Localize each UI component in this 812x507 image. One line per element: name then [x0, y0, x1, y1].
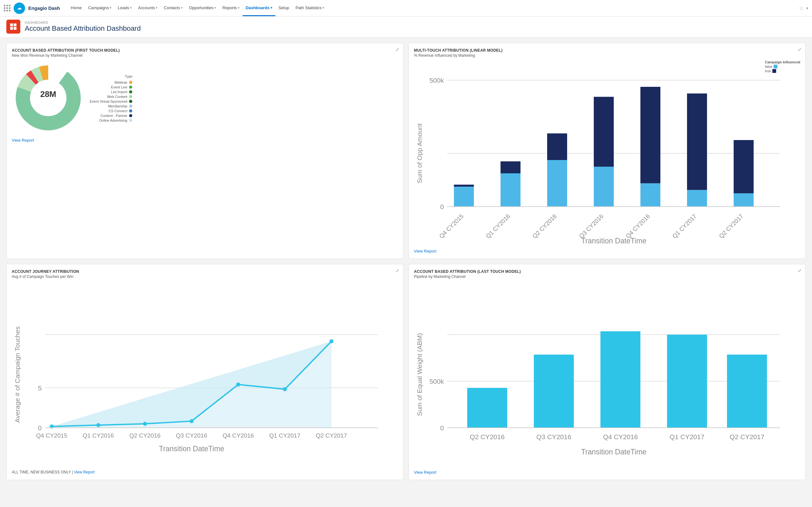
- svg-point-51: [143, 422, 147, 426]
- svg-rect-3: [14, 23, 16, 26]
- main-content: ACCOUNT BASED ATTRIBUTION (FIRST TOUCH M…: [0, 38, 812, 485]
- svg-rect-20: [501, 173, 520, 207]
- expand-icon[interactable]: ⤢: [396, 47, 399, 52]
- nav-item-reports[interactable]: Reports ▾: [219, 0, 243, 16]
- card4-subtitle: Pipeline by Marketing Channel: [414, 274, 800, 279]
- svg-text:Q2 CY2016: Q2 CY2016: [531, 213, 558, 239]
- app-name: Engagio Dash: [28, 5, 60, 11]
- expand-icon2[interactable]: ⤢: [798, 47, 802, 52]
- page-header-text: DASHBOARD Account Based Attribution Dash…: [25, 20, 141, 33]
- svg-rect-19: [454, 185, 474, 187]
- nav-item-campaigns[interactable]: Campaigns ▾: [85, 0, 115, 16]
- dashboard-icon: [6, 20, 20, 34]
- svg-text:Q1 CY2016: Q1 CY2016: [83, 433, 114, 439]
- card2-bar-chart: Sum of Opp Amount 500k 0: [414, 60, 800, 246]
- svg-text:Sum of Equal Weight (ABM): Sum of Equal Weight (ABM): [416, 333, 423, 416]
- nav-item-home[interactable]: Home: [67, 0, 85, 16]
- nav-item-leads[interactable]: Leads ▾: [114, 0, 135, 16]
- svg-text:Average # of Campaign Touches: Average # of Campaign Touches: [14, 326, 21, 423]
- chevron-down-icon: ▾: [181, 6, 183, 9]
- svg-rect-24: [594, 167, 614, 207]
- svg-text:Q4 CY2015: Q4 CY2015: [36, 433, 67, 439]
- chevron-down-icon: ▾: [322, 6, 324, 9]
- card-first-touch: ACCOUNT BASED ATTRIBUTION (FIRST TOUCH M…: [6, 43, 403, 259]
- svg-rect-74: [667, 335, 707, 428]
- svg-text:Q2 CY2017: Q2 CY2017: [718, 213, 745, 239]
- chevron-down-icon: ▾: [130, 6, 132, 9]
- svg-rect-26: [641, 183, 660, 207]
- svg-rect-25: [594, 97, 614, 167]
- svg-text:Q3 CY2016: Q3 CY2016: [176, 433, 207, 439]
- card1-title: ACCOUNT BASED ATTRIBUTION (FIRST TOUCH M…: [12, 48, 398, 53]
- legend-item-list-import: List Import: [90, 90, 132, 94]
- card2-chart-wrapper: Campaign Influenced false true Sum of Op…: [414, 60, 800, 247]
- card4-title: ACCOUNT BASED ATTRIBUTION (LAST TOUCH MO…: [414, 269, 800, 274]
- svg-rect-75: [727, 354, 767, 428]
- svg-rect-22: [547, 160, 567, 207]
- nav-item-path-statistics[interactable]: Path Statistics ▾: [293, 0, 327, 16]
- svg-rect-28: [687, 190, 707, 207]
- svg-rect-21: [501, 161, 520, 173]
- svg-point-54: [283, 387, 287, 391]
- card1-view-report[interactable]: View Report: [12, 138, 34, 143]
- nav-items: Home Campaigns ▾ Leads ▾ Accounts ▾ Cont…: [67, 0, 799, 16]
- app-launcher-icon[interactable]: [4, 5, 10, 11]
- card3-view-report[interactable]: View Report: [74, 470, 95, 474]
- card3-bottom-bar: ALL TIME, NEW BUSINESS ONLY | View Repor…: [12, 470, 398, 474]
- svg-text:Q2 CY2016: Q2 CY2016: [470, 433, 505, 441]
- donut-container: 28M Type Webinar Event Live List I: [12, 61, 398, 135]
- nav-item-opportunities[interactable]: Opportunities ▾: [186, 0, 219, 16]
- svg-text:Transition DateTime: Transition DateTime: [581, 448, 647, 456]
- card2-legend: Campaign Influenced false true: [765, 60, 800, 73]
- svg-rect-73: [600, 331, 641, 428]
- expand-icon3[interactable]: ⤢: [396, 268, 399, 273]
- dropdown-arrow-icon[interactable]: ▾: [806, 6, 808, 10]
- svg-point-55: [329, 339, 334, 343]
- svg-rect-2: [10, 23, 13, 26]
- svg-text:0: 0: [38, 424, 42, 432]
- svg-text:500k: 500k: [429, 77, 444, 84]
- chevron-down-icon: ▾: [270, 6, 272, 9]
- svg-rect-4: [10, 27, 13, 30]
- card4-bar-chart: Sum of Equal Weight (ABM) 500k 0: [414, 281, 800, 468]
- svg-text:Transition DateTime: Transition DateTime: [581, 237, 647, 245]
- top-navigation: ☁ Engagio Dash Home Campaigns ▾ Leads ▾ …: [0, 0, 812, 16]
- salesforce-logo: ☁: [14, 3, 25, 14]
- nav-item-contacts[interactable]: Contacts ▾: [160, 0, 186, 16]
- svg-text:5: 5: [38, 384, 42, 392]
- svg-text:Q2 CY2017: Q2 CY2017: [316, 433, 347, 439]
- svg-text:☁: ☁: [17, 5, 21, 10]
- legend-item-cs-connect: CS Connect: [90, 109, 132, 113]
- card-last-touch: ACCOUNT BASED ATTRIBUTION (LAST TOUCH MO…: [409, 264, 806, 480]
- svg-rect-71: [467, 388, 507, 428]
- card2-title: MULTI-TOUCH ATTRIBUTION (LINEAR MODEL): [414, 48, 800, 53]
- svg-text:500k: 500k: [429, 378, 444, 385]
- nav-item-accounts[interactable]: Accounts ▾: [135, 0, 160, 16]
- svg-text:Transition DateTime: Transition DateTime: [159, 445, 224, 453]
- svg-text:Q3 CY2016: Q3 CY2016: [537, 433, 571, 441]
- card2-subtitle: % Revenue Influenced by Marketing: [414, 53, 800, 58]
- nav-item-setup[interactable]: Setup: [275, 0, 293, 16]
- chevron-down-icon: ▾: [156, 6, 157, 9]
- card-linear-model: MULTI-TOUCH ATTRIBUTION (LINEAR MODEL) %…: [409, 43, 806, 259]
- card3-line-chart: Average # of Campaign Touches 5 0: [12, 281, 398, 468]
- card4-view-report[interactable]: View Report: [414, 470, 437, 475]
- nav-item-dashboards[interactable]: Dashboards ▾: [243, 0, 275, 16]
- card-journey: ACCOUNT JOURNEY ATTRIBUTION Avg # of Cam…: [6, 264, 403, 480]
- legend-item-membership: Membership: [90, 104, 132, 108]
- card3-subtitle: Avg # of Campaign Touches per Win: [12, 274, 398, 279]
- svg-text:Q1 CY2017: Q1 CY2017: [670, 433, 705, 441]
- svg-point-50: [96, 423, 101, 427]
- star-button[interactable]: ☆: [799, 5, 804, 12]
- svg-text:Q2 CY2017: Q2 CY2017: [729, 433, 764, 441]
- card2-view-report[interactable]: View Report: [414, 249, 437, 253]
- expand-icon4[interactable]: ⤢: [798, 268, 802, 273]
- legend-item-web-content: Web Content: [90, 95, 132, 99]
- chevron-down-icon: ▾: [214, 6, 216, 9]
- legend-item-webinar: Webinar: [90, 80, 132, 84]
- legend-item-content-partner: Content - Partner: [90, 114, 132, 118]
- dashboard-grid: ACCOUNT BASED ATTRIBUTION (FIRST TOUCH M…: [6, 43, 806, 480]
- svg-point-52: [190, 419, 194, 424]
- chevron-down-icon: ▾: [110, 6, 111, 9]
- legend-header: Type: [90, 74, 132, 78]
